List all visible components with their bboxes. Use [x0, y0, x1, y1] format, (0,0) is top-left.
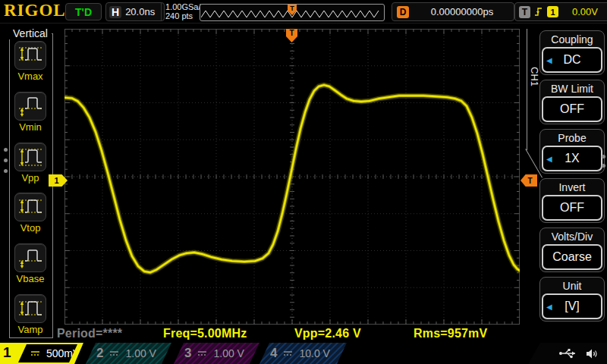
vpp-label: Vpp [21, 172, 39, 184]
ch1-tab-label: CH1 [529, 67, 540, 86]
rigol-logo: RIGOL [4, 1, 66, 20]
top-status-bar: RIGOL T'D H 20.0ns 1.00GSa/s 240 pts T D… [0, 0, 607, 24]
vmin-label: Vmin [19, 121, 42, 133]
menu-item-vmax[interactable]: Vmax [14, 41, 46, 82]
trigger-info-box[interactable]: T 1 0.00V [514, 2, 607, 21]
softkey-invert[interactable]: Invert OFF [539, 178, 605, 223]
softkey-unit[interactable]: Unit ◀ [V] [539, 277, 605, 322]
more-options-icon: ◀ [546, 56, 552, 64]
rising-edge-icon [534, 6, 543, 17]
softkey-probe[interactable]: Probe ◀ 1X [539, 129, 605, 174]
menu-item-vmin[interactable]: Vmin [14, 92, 46, 133]
menu-item-vamp[interactable]: Vamp [14, 294, 46, 335]
memory-position-bar[interactable]: T [200, 4, 385, 21]
oscilloscope-screen: RIGOL T'D H 20.0ns 1.00GSa/s 240 pts T D… [0, 0, 607, 364]
ch1-tab-border [527, 29, 527, 150]
vmax-label: Vmax [17, 71, 42, 82]
delay-box[interactable]: D 0.00000000ps [392, 2, 514, 21]
bw-limit-value: OFF [560, 102, 584, 116]
delay-value: 0.00000000ps [415, 6, 509, 17]
usb-icon [558, 348, 578, 359]
channel-2-number: 2 [96, 346, 103, 361]
menu-item-vbase[interactable]: Vbase [14, 243, 46, 284]
menu-item-vtop[interactable]: Vtop [14, 193, 46, 234]
channel-3-number: 3 [184, 346, 191, 361]
vpp-button[interactable] [14, 143, 46, 171]
channel-3-scale: 1.00 V [213, 347, 244, 359]
vmax-button[interactable] [14, 41, 46, 70]
dc-coupling-icon [283, 350, 293, 357]
vbase-button[interactable] [14, 243, 46, 272]
waveform-display [64, 29, 520, 325]
channel-1-scale: 500mV [46, 347, 80, 359]
vpp-icon [17, 146, 43, 168]
more-options-icon: ◀ [546, 303, 552, 311]
system-status-panel [528, 343, 607, 364]
unit-value: [V] [565, 300, 580, 313]
trigger-level-marker[interactable]: T [521, 174, 537, 187]
trigger-level-value: 0.00V [562, 6, 607, 17]
softkey-coupling[interactable]: Coupling ◀ DC [539, 30, 605, 75]
measurement-period: Period=**** [57, 327, 122, 340]
trigger-label: T [519, 6, 530, 18]
channel-3-block[interactable]: 3 1.00 V [174, 343, 259, 364]
graticule-and-trace [64, 29, 520, 325]
trigger-status-badge: T'D [65, 3, 102, 20]
channel-4-block[interactable]: 4 10.0 V [259, 343, 347, 364]
channel-1-block[interactable]: 1 500mV [0, 343, 83, 364]
delay-label: D [397, 6, 409, 18]
vbase-label: Vbase [17, 273, 45, 284]
h-label: H [109, 6, 121, 18]
softkey-volts-div[interactable]: Volts/Div Coarse [539, 228, 605, 272]
beeper-icon [586, 348, 598, 359]
vbase-icon [17, 246, 43, 269]
softkey-page-dots [602, 155, 605, 168]
vamp-label: Vamp [18, 324, 43, 335]
channel-4-scale: 10.0 V [299, 347, 329, 359]
probe-value: 1X [565, 152, 580, 165]
measurement-rms: Rms=957mV [414, 327, 487, 340]
horizontal-timebase-box[interactable]: H 20.0ns [105, 2, 165, 21]
channel-4-number: 4 [270, 346, 277, 361]
dc-coupling-icon [197, 350, 207, 357]
acquisition-info: 1.00GSa/s 240 pts [161, 2, 205, 20]
coupling-value: DC [563, 53, 580, 67]
dc-coupling-icon [109, 350, 119, 357]
volts-div-value: Coarse [552, 250, 592, 264]
vmin-icon [17, 95, 43, 118]
vertical-menu-title: Vertical [9, 27, 52, 39]
more-options-icon: ◀ [546, 155, 552, 163]
channel-status-bar: 1 500mV 2 1.00 V 3 1.00 V [0, 343, 607, 364]
vmax-icon [17, 44, 43, 67]
channel-1-number: 1 [3, 344, 11, 361]
vtop-icon [17, 196, 43, 218]
vamp-icon [17, 297, 43, 320]
vtop-button[interactable] [14, 193, 46, 221]
measurement-vpp: Vpp=2.46 V [294, 327, 361, 340]
timebase-value: 20.0ns [125, 6, 155, 17]
vamp-button[interactable] [14, 294, 46, 323]
channel-2-scale: 1.00 V [125, 347, 156, 359]
measurement-freq: Freq=5.00MHz [163, 327, 247, 340]
trigger-source-badge: 1 [547, 6, 558, 17]
vtop-label: Vtop [20, 222, 41, 234]
menu-item-vpp[interactable]: Vpp [14, 143, 46, 184]
vmin-button[interactable] [14, 92, 46, 121]
softkey-bw-limit[interactable]: BW Limit OFF [539, 80, 605, 124]
vertical-menu-items: Vmax Vmin [9, 39, 52, 337]
menu-page-dots [4, 148, 8, 173]
channel-2-block[interactable]: 2 1.00 V [86, 343, 171, 364]
invert-value: OFF [560, 201, 584, 215]
softkey-menu: Coupling ◀ DC BW Limit OFF Probe ◀ 1X In… [539, 30, 605, 322]
dc-coupling-icon [30, 350, 40, 357]
